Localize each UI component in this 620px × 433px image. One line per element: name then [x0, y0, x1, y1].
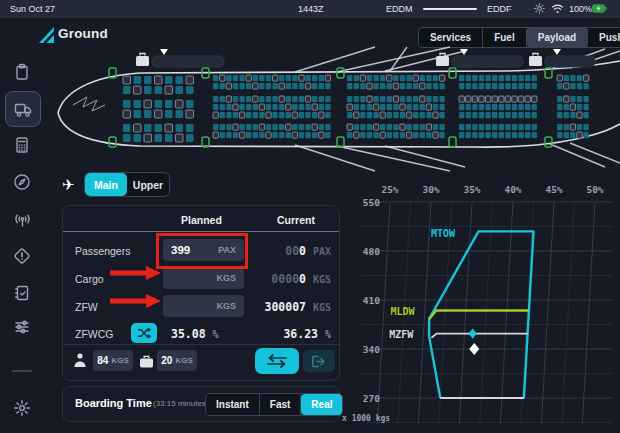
deck-tab-main[interactable]: Main [85, 173, 127, 196]
checklist-icon [13, 284, 31, 302]
efb-ground-page: Sun Oct 27 1443Z EDDM EDDF 100% Ground S… [0, 0, 620, 433]
passenger-icon [73, 352, 87, 372]
baggage-icon [139, 354, 154, 372]
header-underline [63, 231, 339, 232]
deck-selector: Main Upper [84, 172, 170, 197]
boarding-time-panel: Boarding Time (33:15 minutes) Instant Fa… [62, 386, 340, 422]
column-header-current: Current [277, 214, 315, 226]
svg-text:270: 270 [363, 393, 380, 404]
sidebar-item-radio[interactable] [5, 202, 39, 236]
airplane-icon: ✈ [62, 176, 75, 194]
sidebar-item-checklist[interactable] [5, 276, 39, 310]
swap-arrows-icon [266, 354, 288, 368]
sidebar-item-compass[interactable] [5, 165, 39, 199]
wifi-icon [551, 3, 564, 16]
zfw-input[interactable]: KGS [163, 295, 244, 317]
antenna-icon [13, 210, 32, 228]
svg-text:340: 340 [363, 344, 380, 355]
boarding-time-label: Boarding Time [75, 397, 152, 409]
sidebar-item-settings[interactable] [5, 391, 39, 425]
battery-charging-icon [592, 4, 607, 15]
sliders-icon [13, 318, 31, 336]
cargo-input[interactable]: KGS [163, 267, 244, 289]
payload-panel: Planned Current Passengers 399 PAX 000 P… [62, 205, 340, 381]
svg-text:30%: 30% [422, 184, 439, 195]
row-label-zfw: ZFW [75, 301, 98, 313]
svg-text:35%: 35% [463, 184, 480, 195]
flight-progress-line [423, 8, 477, 10]
row-label-cargo: Cargo [75, 273, 104, 285]
annotation-arrow-cargo [110, 265, 162, 281]
truck-icon [14, 100, 33, 118]
marker-planned-zfw-cg [468, 328, 476, 338]
svg-text:550: 550 [363, 197, 380, 208]
seat-map[interactable] [45, 45, 620, 173]
sidebar-item-clipboard[interactable] [5, 55, 39, 89]
aft-cargo-slider [436, 49, 523, 67]
battery-percent: 100% [569, 4, 592, 14]
status-bar: Sun Oct 27 1443Z EDDM EDDF 100% [0, 0, 620, 18]
status-date: Sun Oct 27 [10, 4, 55, 14]
svg-text:x 1000 kgs: x 1000 kgs [342, 414, 390, 423]
calculator-icon [13, 136, 31, 154]
svg-text:45%: 45% [545, 184, 562, 195]
clipboard-icon [13, 63, 31, 81]
svg-text:480: 480 [363, 246, 380, 257]
status-time: 1443Z [298, 4, 324, 14]
boarding-option-real[interactable]: Real [301, 394, 342, 415]
svg-text:25%: 25% [381, 184, 398, 195]
cg-envelope-chart: 25%30%35%40%45%50%550480410340270x 1000 … [340, 180, 618, 430]
settings-gear-icon[interactable] [533, 2, 546, 17]
sidebar-item-filters[interactable] [5, 310, 39, 344]
deboard-button[interactable] [303, 350, 335, 372]
compass-icon [13, 173, 31, 191]
bag-weight-input[interactable]: 20KGS [157, 350, 197, 371]
shuffle-icon [137, 327, 152, 339]
gear-icon [13, 399, 31, 417]
boarding-option-instant[interactable]: Instant [206, 394, 260, 415]
divider [63, 344, 339, 345]
fwd-cargo-slider [136, 49, 224, 67]
sidebar-item-hazard[interactable] [5, 239, 39, 273]
annotation-arrow-zfw [110, 293, 162, 309]
passengers-current: 000 PAX [285, 244, 331, 258]
annotation-highlight-passengers [156, 233, 248, 269]
sidebar-item-calculator[interactable] [5, 128, 39, 162]
svg-text:MTOW: MTOW [431, 228, 456, 239]
zfwcg-auto-button[interactable] [131, 323, 157, 343]
pax-weight-input[interactable]: 84KGS [93, 350, 133, 371]
cargo-current: 00000 KGS [271, 272, 331, 286]
boarding-speed-selector: Instant Fast Real [205, 393, 343, 416]
sidebar-item-ground-services[interactable] [5, 91, 41, 127]
boarding-option-fast[interactable]: Fast [260, 394, 302, 415]
boarding-time-estimate: (33:15 minutes) [153, 399, 209, 408]
bulk-cargo-slider [529, 49, 595, 67]
status-origin: EDDM [386, 4, 413, 14]
zfwcg-current: 36.23 % [283, 327, 331, 341]
svg-text:50%: 50% [586, 184, 603, 195]
marker-current-cg [469, 343, 479, 355]
svg-text:410: 410 [363, 295, 380, 306]
row-label-zfwcg: ZFWCG [75, 328, 114, 340]
board-deboard-button[interactable] [255, 348, 299, 374]
sidebar-divider [12, 370, 32, 372]
svg-text:MLDW: MLDW [391, 306, 416, 317]
exit-icon [311, 355, 327, 368]
svg-text:40%: 40% [504, 184, 521, 195]
series-MLDW [429, 311, 529, 319]
column-header-planned: Planned [181, 214, 222, 226]
sidebar [0, 18, 45, 433]
zfw-current: 300007 KGS [264, 300, 331, 314]
page-title: Ground [58, 26, 108, 41]
svg-text:MZFW: MZFW [389, 329, 414, 340]
hazard-diamond-icon [13, 247, 31, 265]
series-MZFW [431, 334, 527, 338]
deck-tab-upper[interactable]: Upper [127, 173, 169, 196]
zfwcg-planned: 35.08 % [171, 327, 219, 341]
status-destination: EDDF [487, 4, 512, 14]
row-label-passengers: Passengers [75, 245, 130, 257]
